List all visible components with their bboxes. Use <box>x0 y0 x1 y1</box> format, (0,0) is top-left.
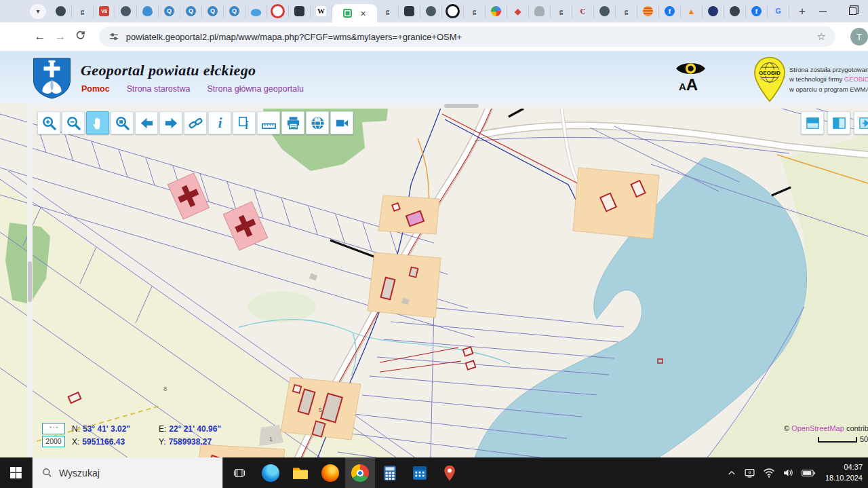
map-horizontal-scrollbar[interactable] <box>27 103 868 109</box>
link-strona-glowna[interactable]: Strona główna geoportalu <box>207 84 303 94</box>
map-canvas[interactable]: 851 <box>0 103 868 457</box>
tab-google-maps[interactable] <box>486 5 507 18</box>
tab-globe[interactable] <box>594 5 616 18</box>
forward-button[interactable]: → <box>50 30 71 43</box>
tab-facebook[interactable]: f <box>746 5 768 18</box>
tab-geoportal-active-tab[interactable]: × <box>332 4 377 22</box>
next-view-button[interactable] <box>159 111 182 134</box>
bookmark-star-icon[interactable]: ☆ <box>817 31 826 43</box>
tab-c-logo-favicon-icon: C <box>578 6 588 16</box>
tab-lens[interactable] <box>442 5 464 18</box>
font-size-toggle[interactable]: AA <box>679 75 698 94</box>
tab-shield[interactable] <box>724 5 746 18</box>
h-scroll-thumb[interactable] <box>444 104 479 108</box>
tab-search-chevron-icon[interactable]: ▾ <box>30 4 46 19</box>
tab-diamond[interactable]: ◆ <box>507 5 529 18</box>
openstreetmap-link[interactable]: OpenStreetMap <box>791 424 844 432</box>
tab-google-g[interactable]: g <box>616 5 637 18</box>
info-button[interactable]: i <box>208 111 231 134</box>
link-button[interactable] <box>184 111 207 134</box>
tab-search-blue[interactable]: Q <box>159 5 180 18</box>
tab-water-drop[interactable] <box>137 5 159 18</box>
tab-close-icon[interactable]: × <box>360 8 366 19</box>
tab-globe[interactable] <box>420 5 442 18</box>
tab-google-g[interactable]: g <box>551 5 572 18</box>
tab-eagle[interactable] <box>529 5 551 18</box>
tab-google-G[interactable]: G <box>768 5 789 18</box>
tab-people[interactable] <box>703 5 724 18</box>
panelleft-icon <box>831 115 847 131</box>
link-pomoc[interactable]: Pomoc <box>81 84 110 94</box>
taskbar-search-box[interactable]: Wyszukaj <box>32 457 223 488</box>
tab-google-g[interactable]: g <box>377 5 399 18</box>
geobid-link[interactable]: GEOBID <box>844 75 868 83</box>
tab-wikipedia[interactable]: W <box>311 5 332 18</box>
tab-v8[interactable]: V8 <box>94 5 115 18</box>
tab-search-blue-favicon-icon: Q <box>208 6 218 16</box>
volume-icon[interactable] <box>783 468 794 478</box>
tray-chevron-icon[interactable] <box>727 468 736 478</box>
tab-google-g[interactable]: g <box>72 5 94 18</box>
zoom-in-button[interactable] <box>37 111 60 134</box>
tab-google-maps-favicon-icon <box>491 6 501 16</box>
arrowleft-icon <box>139 115 155 131</box>
previous-view-button[interactable] <box>135 111 158 134</box>
taskbar-app-chrome[interactable] <box>345 457 375 488</box>
tab-chrome-menu[interactable] <box>50 5 72 18</box>
task-view-button[interactable] <box>223 457 256 488</box>
taskbar-app-calculator[interactable] <box>375 457 405 488</box>
taskbar-app-firefox[interactable] <box>315 457 345 488</box>
identify-button[interactable]: i <box>233 111 256 134</box>
url-text: powiatelk.geoportal2.pl/map/www/mapa.php… <box>126 32 462 42</box>
print-button[interactable] <box>281 111 304 134</box>
taskbar-app-google-maps[interactable] <box>435 457 465 488</box>
panel-side-toggle[interactable] <box>827 111 850 134</box>
file-explorer-icon <box>292 464 309 482</box>
reload-button[interactable] <box>71 29 91 44</box>
panel-expand-toggle[interactable] <box>854 111 868 134</box>
zoom-out-button[interactable] <box>62 111 85 134</box>
measure-icon <box>261 115 277 131</box>
window-minimize-button[interactable] <box>808 0 837 22</box>
url-bar[interactable]: powiatelk.geoportal2.pl/map/www/mapa.php… <box>99 26 835 47</box>
pan-button[interactable] <box>86 111 109 134</box>
tab-search-blue[interactable]: Q <box>224 5 245 18</box>
tab-search-blue[interactable]: Q <box>180 5 202 18</box>
tab-egg[interactable] <box>637 5 659 18</box>
tab-search-blue[interactable]: Q <box>202 5 224 18</box>
tab-tent[interactable]: ▲ <box>681 5 703 18</box>
back-button[interactable]: ← <box>30 30 50 43</box>
start-button[interactable] <box>0 457 32 488</box>
tab-cloud[interactable] <box>245 5 267 18</box>
tab-globe[interactable] <box>115 5 137 18</box>
battery-icon[interactable] <box>802 469 815 477</box>
tab-google-g[interactable]: g <box>464 5 486 18</box>
measure-button[interactable] <box>257 111 280 134</box>
chrome-icon <box>351 464 369 482</box>
tab-opera[interactable] <box>267 5 289 18</box>
taskbar-app-file-explorer[interactable] <box>285 457 315 488</box>
full-extent-button[interactable] <box>306 111 329 134</box>
map-scale-box[interactable]: 2000 <box>42 436 65 447</box>
taskbar-app-calendar[interactable] <box>405 457 435 488</box>
window-restore-button[interactable] <box>838 0 867 22</box>
tab-camera[interactable] <box>289 5 311 18</box>
stream-button[interactable] <box>330 111 353 134</box>
v-scroll-thumb[interactable] <box>28 261 32 302</box>
profile-avatar[interactable]: T <box>850 28 868 45</box>
tab-egg-favicon-icon <box>643 6 653 16</box>
taskbar-app-edge[interactable] <box>256 457 285 488</box>
geobid-logo[interactable]: GEOBID <box>751 56 788 102</box>
degree-format-box[interactable]: ° ' " <box>42 423 65 434</box>
tab-c-logo[interactable]: C <box>572 5 594 18</box>
tab-camera[interactable] <box>399 5 420 18</box>
map-vertical-scrollbar[interactable] <box>27 109 33 457</box>
site-settings-icon[interactable] <box>108 31 119 42</box>
cast-icon[interactable] <box>744 467 755 478</box>
panel-top-toggle[interactable] <box>801 111 824 134</box>
wifi-icon[interactable] <box>763 468 775 478</box>
tab-facebook[interactable]: f <box>659 5 681 18</box>
taskbar-clock[interactable]: 04:37 18.10.2024 <box>825 462 863 483</box>
link-strona-starostwa[interactable]: Strona starostwa <box>127 84 191 94</box>
zoom-window-button[interactable] <box>111 111 134 134</box>
